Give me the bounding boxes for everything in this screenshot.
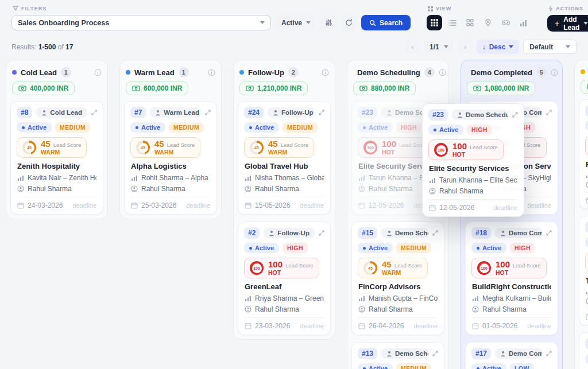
- lead-card[interactable]: #18Demo CompletedActiveHIGH100100Lead Sc…: [465, 222, 558, 335]
- search-button[interactable]: Search: [361, 15, 411, 30]
- expand-icon[interactable]: [91, 110, 97, 115]
- deadline-label: deadline: [527, 323, 551, 329]
- owner-icon: [358, 306, 365, 313]
- lead-card[interactable]: #6ActiveMEDIUM4545Lead ScoreWARMMe..dead…: [579, 332, 588, 369]
- deadline-label: deadline: [300, 202, 324, 209]
- score-value: 100: [382, 139, 396, 149]
- lead-card[interactable]: #2Follow-UpActiveHIGH100100Lead ScoreHOT…: [238, 222, 331, 335]
- lead-card[interactable]: #7Warm LeadActiveMEDIUM4545Lead ScoreWAR…: [124, 101, 217, 215]
- add-lead-button[interactable]: + Add Lead: [547, 15, 588, 32]
- priority-badge: MEDIUM: [55, 122, 90, 133]
- lead-card[interactable]: #2ActiveHIGH100100Lead ScoreHOTFit..dead…: [579, 99, 588, 209]
- column-count-badge: 4: [424, 67, 435, 77]
- calendar-icon: [17, 202, 24, 209]
- card-header-row: #13Demo Scheduling: [358, 348, 438, 359]
- kanban-column: Cl2#2ActiveHIGH100100Lead ScoreHOTFit..d…: [574, 60, 588, 369]
- card-id-badge: #24: [244, 107, 264, 118]
- card-header-row: #17Demo Completed: [471, 348, 552, 359]
- info-icon[interactable]: [322, 69, 329, 76]
- banknote-icon: [359, 86, 368, 91]
- expand-icon[interactable]: [546, 351, 552, 356]
- column-amount-badge: 1,210,000 INR: [239, 81, 308, 95]
- card-list: #8Cold LeadActiveMEDIUM4545Lead ScoreWAR…: [10, 101, 103, 215]
- lead-card[interactable]: #23Demo SchedulingActiveHIGH100100Lead S…: [422, 103, 524, 217]
- deadline-label: deadline: [527, 202, 551, 209]
- owner-row: Rahul Sharma: [245, 305, 324, 313]
- card-id-badge: #6: [585, 338, 588, 349]
- info-icon[interactable]: [551, 69, 558, 76]
- expand-icon[interactable]: [319, 230, 324, 236]
- expand-icon[interactable]: [512, 112, 518, 118]
- expand-icon[interactable]: [546, 230, 552, 236]
- expand-icon[interactable]: [432, 230, 438, 236]
- stage-badge: Follow-Up: [264, 228, 315, 238]
- chart-view-icon[interactable]: [516, 15, 531, 30]
- game-view-icon[interactable]: [498, 15, 513, 30]
- contact-icon: [586, 172, 588, 178]
- prev-page-button[interactable]: ‹: [405, 40, 420, 54]
- expand-icon[interactable]: [319, 110, 324, 115]
- lead-card[interactable]: #13Demo SchedulingActiveMEDIUM4545Lead S…: [351, 342, 444, 369]
- info-icon[interactable]: [94, 69, 102, 76]
- kanban-column: Cold Lead1400,000 INR#8Cold LeadActiveME…: [6, 60, 108, 219]
- priority-badge: MEDIUM: [396, 243, 431, 253]
- score-level: WARM: [382, 270, 422, 277]
- lead-score-widget: 100100Lead ScoreHOT: [585, 135, 588, 156]
- calendar-icon: [358, 323, 365, 329]
- stage-label: Demo Scheduling: [466, 111, 508, 118]
- status-dot: [249, 126, 252, 129]
- column-count-badge: 2: [288, 67, 299, 77]
- stage-badge: Demo Scheduling: [381, 348, 428, 359]
- lead-card[interactable]: #9ActiveMEDIUM4545Lead ScoreWARMTec..dea…: [579, 216, 588, 325]
- person-icon: [500, 230, 506, 236]
- status-badge: Active: [244, 122, 279, 133]
- calendar-icon: [429, 204, 436, 211]
- info-icon[interactable]: [208, 69, 215, 76]
- score-gauge-icon: 100: [363, 141, 377, 154]
- next-page-button[interactable]: ›: [458, 40, 473, 54]
- list-view-icon[interactable]: [444, 15, 460, 30]
- stage-badge: Follow-Up: [268, 107, 315, 118]
- company-name: BuildRight Construction..: [472, 282, 551, 291]
- refresh-icon[interactable]: [341, 15, 357, 30]
- map-view-icon[interactable]: [480, 15, 496, 30]
- lead-card[interactable]: #24Follow-UpActiveMEDIUM4545Lead ScoreWA…: [238, 101, 331, 215]
- lead-card[interactable]: #15Demo SchedulingActiveMEDIUM4545Lead S…: [351, 222, 444, 335]
- stage-badge: Demo Completed: [495, 348, 542, 359]
- score-gauge-icon: 45: [250, 141, 264, 154]
- sliders-icon[interactable]: [321, 15, 336, 30]
- owner-row: Rahul Sharma: [472, 305, 551, 313]
- score-gauge-value: 45: [366, 263, 376, 273]
- score-text: 100Lead ScoreHOT: [496, 260, 541, 276]
- lead-card[interactable]: #17Demo CompletedActiveLOW4545Lead Score…: [465, 342, 558, 369]
- score-level: WARM: [154, 149, 195, 156]
- status-label: Active: [439, 126, 458, 133]
- calendar-icon: [586, 197, 588, 204]
- card-badges-row: ActiveMEDIUM: [244, 122, 324, 133]
- status-label: Active: [255, 244, 274, 251]
- deadline-row: 12-05-2026deadline: [428, 199, 518, 216]
- info-icon[interactable]: [439, 69, 446, 76]
- expand-icon[interactable]: [546, 110, 552, 115]
- column-dot: [239, 70, 244, 75]
- deadline-label: deadline: [413, 323, 438, 329]
- lead-card[interactable]: #8Cold LeadActiveMEDIUM4545Lead ScoreWAR…: [10, 101, 103, 215]
- sort-direction-button[interactable]: ↓ Desc: [477, 40, 520, 54]
- pipeline-select[interactable]: Sales Onboarding Process: [11, 15, 271, 30]
- sort-field-select[interactable]: Default: [523, 40, 577, 54]
- score-gauge-icon: 100: [434, 143, 448, 157]
- results-summary: Results: 1-500 of 17: [11, 43, 73, 51]
- kanban-view-icon[interactable]: [462, 15, 478, 30]
- expand-icon[interactable]: [432, 351, 438, 356]
- status-badge: Active: [358, 122, 393, 133]
- score-gauge-icon: 100: [477, 261, 491, 275]
- status-select[interactable]: Active: [276, 15, 316, 30]
- contact-row: Rohit Sharma – Alpha Log..: [131, 174, 210, 182]
- grid-view-icon[interactable]: [427, 15, 442, 30]
- contact-icon: [131, 175, 138, 181]
- page-select[interactable]: 1/1: [424, 40, 454, 54]
- expand-icon[interactable]: [205, 110, 211, 115]
- person-icon: [269, 230, 274, 236]
- stage-label: Demo Scheduling: [395, 230, 428, 236]
- score-text: 45Lead ScoreWARM: [382, 260, 422, 276]
